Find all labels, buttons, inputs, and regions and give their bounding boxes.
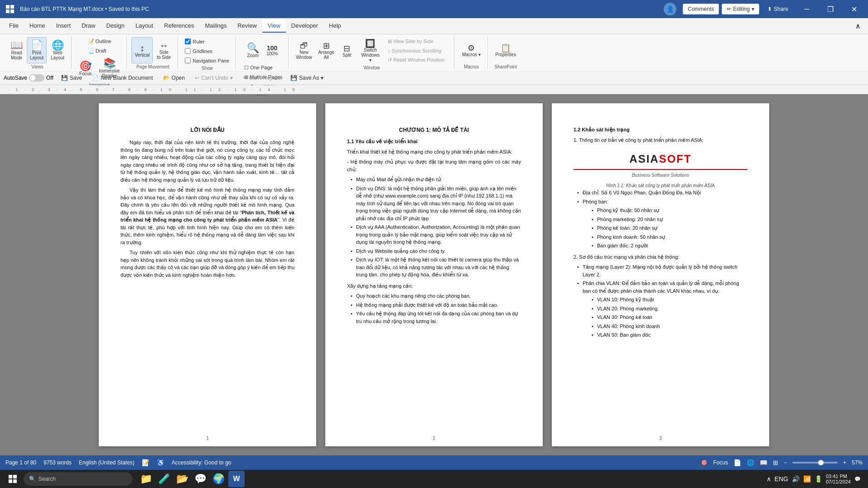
reset-window-position-button[interactable]: ↺ Reset Window Position bbox=[386, 56, 450, 64]
tab-view[interactable]: View bbox=[262, 19, 286, 33]
tab-design[interactable]: Design bbox=[101, 19, 130, 33]
tab-draw[interactable]: Draw bbox=[76, 19, 101, 33]
tab-mailings[interactable]: Mailings bbox=[200, 19, 232, 33]
restore-button[interactable]: ❐ bbox=[820, 2, 841, 16]
language: English (United States) bbox=[79, 459, 135, 466]
close-button[interactable]: ✕ bbox=[844, 2, 864, 16]
ruler-checkbox-label[interactable]: Ruler bbox=[183, 37, 231, 46]
draft-button[interactable]: 📃 Draft bbox=[86, 47, 114, 55]
focus-label[interactable]: Focus bbox=[713, 459, 728, 466]
open-icon: 📂 bbox=[163, 75, 170, 81]
taskbar-search-bar[interactable]: 🔍 Search bbox=[24, 472, 132, 486]
print-layout-view-icon[interactable]: 📄 bbox=[733, 459, 741, 466]
gridlines-checkbox-label[interactable]: Gridlines bbox=[183, 47, 231, 55]
ruler: ·1·2·3·4·5·6·7·8·9·10·11·12·13·14·15· bbox=[0, 85, 868, 94]
open-button[interactable]: 📂 Open bbox=[159, 73, 189, 83]
doc-title: Báo cáo BTL PTTK Mạng MT.docx • Saved to… bbox=[20, 6, 664, 12]
taskbar-zalo-icon[interactable]: 💬 bbox=[192, 471, 208, 487]
taskbar-word-icon[interactable]: W bbox=[228, 471, 245, 487]
svg-rect-0 bbox=[6, 5, 10, 9]
taskbar-volume-icon: 📶 bbox=[803, 475, 811, 483]
navigation-pane-checkbox-label[interactable]: Navigation Pane bbox=[183, 56, 231, 65]
page1-title: LỜI NÓI ĐẦU bbox=[121, 126, 294, 134]
print-layout-button[interactable]: 📄 Print Layout bbox=[27, 37, 47, 63]
autosave-state: Off bbox=[46, 75, 53, 81]
page1-number: 1 bbox=[206, 435, 209, 442]
synchronous-scrolling-button[interactable]: ↕ Synchronous Scrolling bbox=[386, 47, 450, 55]
ribbon-collapse-icon[interactable]: ∧ bbox=[852, 22, 864, 30]
word-count: 9753 words bbox=[43, 459, 72, 466]
page3-vlan-3: VLAN 30: Phòng kế toán bbox=[588, 314, 747, 321]
taskbar-browser-icon[interactable]: 🌍 bbox=[210, 471, 227, 487]
new-blank-label: New Blank Document bbox=[101, 75, 153, 81]
svg-rect-3 bbox=[10, 10, 14, 13]
tab-file[interactable]: File bbox=[4, 19, 24, 33]
web-layout-view-icon[interactable]: 🌐 bbox=[747, 459, 754, 466]
autosave-switch[interactable] bbox=[29, 74, 44, 82]
read-mode-button[interactable]: 📖 Read Mode bbox=[7, 37, 26, 63]
split-button[interactable]: ⊟ Split bbox=[338, 38, 356, 64]
save-button[interactable]: 💾 Save bbox=[57, 73, 86, 83]
properties-button[interactable]: 📋 Properties bbox=[492, 37, 520, 63]
new-window-button[interactable]: 🗗 New Window bbox=[293, 38, 314, 64]
read-mode-view-icon[interactable]: 📖 bbox=[760, 459, 767, 466]
switch-windows-label: Switch Windows ▾ bbox=[360, 48, 381, 63]
share-icon: ⬆ bbox=[767, 6, 772, 12]
document-page-3: 1.2 Khảo sát hiện trạng 1. Thông tin cơ … bbox=[552, 103, 769, 446]
focus-icon[interactable]: 🎯 bbox=[701, 459, 708, 466]
ruler-checkbox[interactable] bbox=[185, 39, 191, 44]
minimize-button[interactable]: ─ bbox=[796, 2, 817, 16]
immersive-top-buttons: 📝 Outline 📃 Draft bbox=[86, 37, 114, 55]
web-layout-button[interactable]: 🌐 Web Layout bbox=[48, 37, 68, 63]
user-avatar[interactable]: 👤 bbox=[664, 3, 676, 15]
vertical-icon: ↕ bbox=[140, 43, 145, 53]
tab-layout[interactable]: Layout bbox=[130, 19, 159, 33]
save-as-button[interactable]: 💾 Save As ▾ bbox=[286, 73, 328, 83]
redo-button[interactable]: ↪ Can't Repeat bbox=[239, 73, 285, 83]
tab-developer[interactable]: Developer bbox=[286, 19, 323, 33]
taskbar-date: 07/11/2024 bbox=[826, 479, 851, 484]
taskbar-file-explorer-icon[interactable]: 📁 bbox=[138, 471, 154, 487]
comments-button[interactable]: Comments bbox=[683, 4, 719, 14]
view-options-icon[interactable]: ⊞ bbox=[773, 459, 778, 466]
navigation-pane-checkbox[interactable] bbox=[185, 58, 191, 63]
tab-home[interactable]: Home bbox=[24, 19, 51, 33]
switch-windows-button[interactable]: 🔲 Switch Windows ▾ bbox=[357, 38, 384, 64]
zoom-100-button[interactable]: 100 100% bbox=[263, 37, 281, 63]
view-side-by-side-button[interactable]: ⊞ View Side by Side bbox=[386, 37, 450, 46]
taskbar-system-icons: ∧ ENG 🔊 📶 🔋 bbox=[767, 475, 822, 483]
windows-logo-icon[interactable] bbox=[4, 3, 16, 15]
zoom-out-icon[interactable]: − bbox=[784, 459, 787, 466]
ribbon-group-sharepoint: 📋 Properties SharePoint bbox=[489, 36, 523, 69]
share-button[interactable]: ⬆ Share bbox=[762, 4, 794, 14]
taskbar-app1-icon[interactable]: 🧪 bbox=[156, 471, 172, 487]
undo-button[interactable]: ↩ Can't Undo ▾ bbox=[191, 73, 237, 83]
tab-references[interactable]: References bbox=[159, 19, 199, 33]
document-area[interactable]: LỜI NÓI ĐẦU Ngày nay, thời đại của nền k… bbox=[0, 94, 868, 455]
outline-button[interactable]: 📝 Outline bbox=[86, 37, 114, 46]
taskbar-app2-icon[interactable]: 📂 bbox=[174, 471, 190, 487]
arrange-all-button[interactable]: ⊞ Arrange All bbox=[316, 38, 337, 64]
tab-help[interactable]: Help bbox=[323, 19, 347, 33]
taskbar-start-button[interactable] bbox=[4, 471, 22, 487]
vertical-button[interactable]: ↕ Vertical bbox=[131, 37, 153, 63]
page3-sub2-bullet-1: Tầng mạng (Layer 2): Mạng nội bộ được qu… bbox=[574, 263, 747, 278]
svg-rect-2 bbox=[6, 10, 10, 13]
new-blank-button[interactable]: 📄 New Blank Document bbox=[88, 73, 157, 83]
tab-insert[interactable]: Insert bbox=[51, 19, 77, 33]
svg-rect-6 bbox=[9, 479, 12, 483]
tab-review[interactable]: Review bbox=[232, 19, 262, 33]
gridlines-checkbox[interactable] bbox=[185, 48, 191, 54]
svg-rect-5 bbox=[13, 475, 17, 478]
editing-button[interactable]: ✏ Editing ▾ bbox=[722, 4, 759, 14]
side-to-side-button[interactable]: ↔ Side to Side bbox=[154, 37, 174, 63]
navigation-pane-label: Navigation Pane bbox=[193, 58, 229, 63]
zoom-slider[interactable] bbox=[792, 462, 838, 464]
taskbar-notification-icon[interactable]: 💬 bbox=[854, 476, 861, 482]
zoom-in-icon[interactable]: + bbox=[843, 459, 846, 466]
ribbon-group-window: 🗗 New Window ⊞ Arrange All ⊟ Split 🔲 Swi… bbox=[289, 36, 454, 69]
zoom-button[interactable]: 🔍 Zoom bbox=[244, 37, 262, 63]
taskbar-chevron-icon[interactable]: ∧ bbox=[767, 475, 771, 483]
macros-button[interactable]: ⚙ Macros ▾ bbox=[459, 37, 484, 63]
one-page-button[interactable]: ☐ One Page bbox=[242, 63, 285, 72]
